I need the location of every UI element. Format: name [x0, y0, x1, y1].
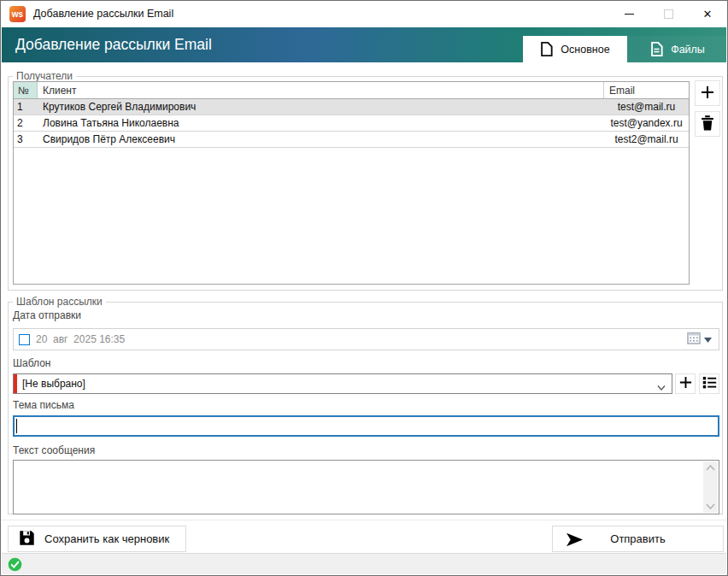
template-list-button[interactable]	[699, 373, 719, 394]
send-label: Отправить	[553, 532, 723, 545]
add-template-button[interactable]	[675, 373, 696, 394]
send-date-label: Дата отправки	[13, 309, 81, 321]
recipients-legend: Получатели	[13, 70, 76, 82]
tab-files[interactable]: Файлы	[627, 36, 728, 62]
table-row[interactable]: 2 Ловина Татьяна Николаевна test@yandex.…	[14, 115, 689, 132]
scroll-down-icon	[706, 503, 715, 509]
send-date-field[interactable]: 20 авг 2025 16:35	[13, 328, 719, 350]
message-textarea[interactable]	[13, 460, 719, 514]
scroll-up-icon	[706, 465, 715, 471]
app-window: ws Добавление рассылки Email ✕ Добавлени…	[0, 0, 728, 576]
cell-email: test@mail.ru	[604, 99, 689, 115]
add-recipient-button[interactable]	[695, 80, 720, 106]
subject-label: Тема письма	[13, 399, 74, 411]
template-select-value: [Не выбрано]	[22, 378, 85, 390]
chevron-down-icon	[704, 333, 712, 345]
template-legend: Шаблон рассылки	[13, 296, 106, 308]
minimize-icon	[625, 14, 634, 15]
tab-main[interactable]: Основное	[523, 36, 627, 62]
subject-input[interactable]	[13, 415, 719, 437]
title-bar: ws Добавление рассылки Email ✕	[1, 1, 727, 27]
document-icon	[540, 42, 553, 56]
page-title: Добавление рассылки Email	[15, 27, 212, 62]
message-label: Текст сообщения	[13, 444, 95, 456]
minimize-button[interactable]	[609, 1, 649, 27]
close-button[interactable]: ✕	[688, 1, 727, 27]
required-marker	[14, 374, 17, 393]
calendar-icon	[687, 332, 701, 347]
window-title: Добавление рассылки Email	[33, 1, 173, 27]
trash-icon	[701, 115, 714, 133]
plus-icon	[678, 375, 693, 392]
maximize-icon	[664, 9, 673, 19]
column-header-client[interactable]: Клиент	[38, 82, 604, 98]
date-picker-dropdown[interactable]	[687, 329, 712, 350]
column-header-num[interactable]: №	[14, 82, 38, 98]
window-controls: ✕	[609, 1, 727, 27]
template-select[interactable]: [Не выбрано]	[13, 373, 672, 394]
app-icon-text: ws	[12, 9, 23, 19]
page-header: Добавление рассылки Email Основное Файлы	[2, 27, 726, 62]
cell-num: 2	[14, 115, 38, 131]
footer-bar: Сохранить как черновик Отправить	[2, 520, 726, 554]
template-label: Шаблон	[13, 357, 50, 369]
cell-num: 3	[14, 132, 38, 147]
file-text-icon	[650, 42, 663, 56]
cell-email: test2@mail.ru	[604, 132, 689, 147]
table-header: № Клиент Email	[14, 82, 689, 99]
tab-main-label: Основное	[561, 44, 609, 56]
tab-files-label: Файлы	[671, 44, 705, 56]
cell-num: 1	[14, 99, 38, 115]
save-icon	[19, 530, 35, 549]
send-button[interactable]: Отправить	[552, 526, 724, 552]
save-draft-button[interactable]: Сохранить как черновик	[8, 526, 186, 552]
scrollbar[interactable]	[703, 461, 718, 513]
save-draft-label: Сохранить как черновик	[44, 532, 169, 545]
close-icon: ✕	[703, 8, 713, 21]
check-circle-icon	[8, 557, 22, 574]
table-row[interactable]: 1 Крутиков Сергей Владимирович test@mail…	[14, 99, 689, 115]
chevron-down-icon	[657, 381, 666, 393]
cell-client: Свиридов Пётр Алексеевич	[38, 132, 604, 147]
text-caret	[16, 419, 17, 433]
cell-client: Крутиков Сергей Владимирович	[38, 99, 604, 115]
delete-recipient-button[interactable]	[695, 111, 720, 137]
recipients-table: № Клиент Email 1 Крутиков Сергей Владими…	[13, 81, 690, 285]
recipients-group: Получатели № Клиент Email 1 Крутиков Сер…	[8, 76, 723, 291]
app-icon: ws	[9, 6, 26, 22]
plus-icon	[700, 85, 715, 103]
maximize-button[interactable]	[649, 1, 688, 27]
send-date-value: 20 авг 2025 16:35	[36, 333, 125, 345]
column-header-email[interactable]: Email	[604, 82, 689, 98]
template-group: Шаблон рассылки Дата отправки 20 авг 202…	[8, 302, 723, 514]
cell-email: test@yandex.ru	[604, 115, 689, 131]
status-bar	[2, 553, 726, 574]
send-date-checkbox[interactable]	[19, 334, 30, 345]
table-row[interactable]: 3 Свиридов Пётр Алексеевич test2@mail.ru	[14, 132, 689, 148]
list-icon	[702, 375, 717, 392]
cell-client: Ловина Татьяна Николаевна	[38, 115, 604, 131]
